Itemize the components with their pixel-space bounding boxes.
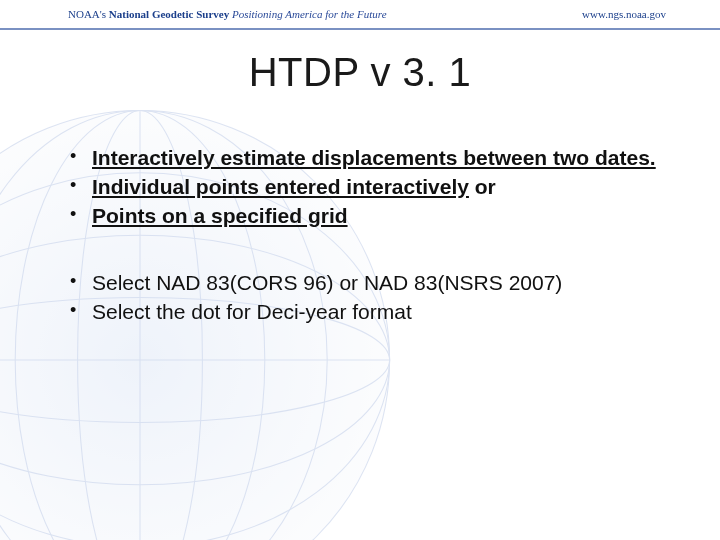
slide-title: HTDP v 3. 1 [0,50,720,95]
bullet-block-2: Select NAD 83(CORS 96) or NAD 83(NSRS 20… [64,270,656,326]
header-tagline: Positioning America for the Future [232,8,387,20]
bullet-block-1: Interactively estimate displacements bet… [64,145,656,230]
bullet-text-underline: Interactively estimate displacements bet… [92,146,656,169]
bullet-text: Select the dot for Deci-year format [92,300,412,323]
bullet-item: Individual points entered interactively … [64,174,656,201]
slide-body: Interactively estimate displacements bet… [64,145,656,325]
bullet-item: Interactively estimate displacements bet… [64,145,656,172]
header-org: NOAA's National Geodetic Survey Position… [68,8,387,20]
bullet-text-underline: Points on a specified grid [92,204,348,227]
header-url: www.ngs.noaa.gov [582,8,666,20]
bullet-text-suffix: or [469,175,496,198]
header-bar: NOAA's National Geodetic Survey Position… [0,0,720,30]
bullet-text: Select NAD 83(CORS 96) or NAD 83(NSRS 20… [92,271,562,294]
bullet-item: Points on a specified grid [64,203,656,230]
header-org-prefix: NOAA's [68,8,106,20]
bullet-item: Select NAD 83(CORS 96) or NAD 83(NSRS 20… [64,270,656,297]
bullet-item: Select the dot for Deci-year format [64,299,656,326]
bullet-text-underline: Individual points entered interactively [92,175,469,198]
header-org-name: National Geodetic Survey [109,8,229,20]
